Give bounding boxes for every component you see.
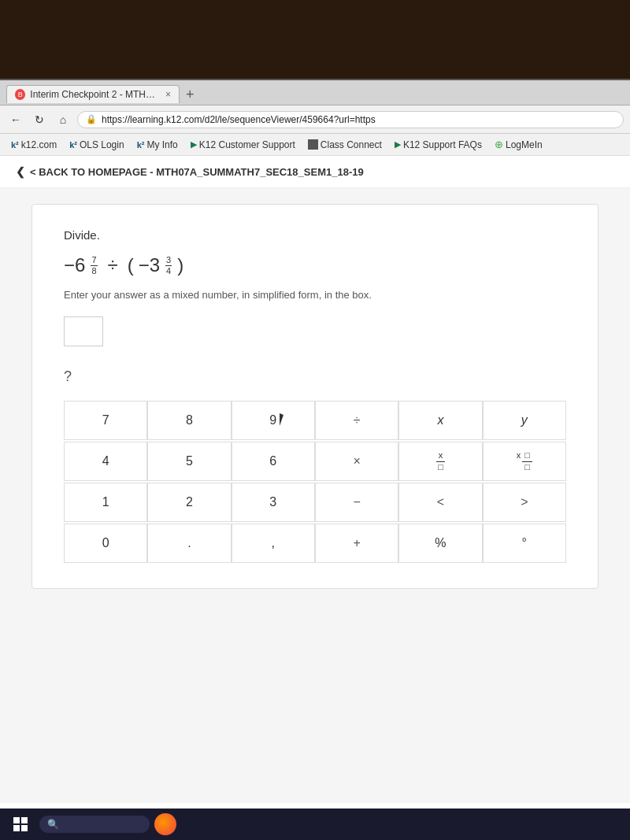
bookmark-label: K12 Support FAQs xyxy=(403,139,482,150)
ols-icon: k² xyxy=(69,140,77,150)
bookmark-my-info[interactable]: k² My Info xyxy=(132,138,183,152)
key-1[interactable]: 1 xyxy=(64,483,147,522)
paren-close: ) xyxy=(177,254,183,276)
tab-close-button[interactable]: × xyxy=(165,89,171,100)
mixed-whole: x xyxy=(517,450,521,460)
myinfo-icon: k² xyxy=(137,140,145,150)
key-7[interactable]: 7 xyxy=(64,401,147,440)
arrow-icon: ▶ xyxy=(395,139,401,150)
frac-top: x xyxy=(436,450,446,461)
question-card: Divide. −6 7 8 ÷ ( −3 3 4 ) xyxy=(32,204,598,589)
help-hint: ? xyxy=(64,368,566,385)
reload-button[interactable]: ↻ xyxy=(30,110,49,129)
k12-icon: k² xyxy=(11,140,19,150)
bookmark-class-connect[interactable]: Class Connect xyxy=(303,138,387,152)
bookmark-ols-login[interactable]: k² OLS Login xyxy=(65,138,129,152)
mixed-frac-icon: x □ □ xyxy=(517,450,532,472)
plus-icon: ⊕ xyxy=(495,139,503,150)
back-nav[interactable]: ❮ < BACK TO HOMEPAGE - MTH07A_SUMMATH7_S… xyxy=(0,156,630,188)
key-mixed-fraction[interactable]: x □ □ xyxy=(483,442,566,481)
firefox-taskbar-icon[interactable] xyxy=(154,813,176,835)
bookmark-label: My Info xyxy=(146,139,177,150)
paren-open: ( xyxy=(128,254,134,276)
fraction-1: 7 8 xyxy=(91,255,97,275)
mf-bottom: □ xyxy=(522,462,532,472)
bookmark-label: LogMeIn xyxy=(506,139,543,150)
bookmark-label: OLS Login xyxy=(80,139,124,150)
frac1-denominator: 8 xyxy=(91,266,97,276)
calc-row-3: 1 2 3 − < > xyxy=(64,483,566,522)
calc-row-4: 0 . , + % ° xyxy=(64,524,566,563)
address-text: https://learning.k12.com/d2l/le/sequence… xyxy=(102,114,615,125)
bookmarks-bar: k² k12.com k² OLS Login k² My Info ▶ K12… xyxy=(0,134,630,156)
key-comma[interactable]: , xyxy=(232,524,315,563)
mixed-frac-part: □ □ xyxy=(522,450,532,472)
windows-taskbar: 🔍 xyxy=(0,809,630,840)
tab-bar: B Interim Checkpoint 2 - MTH07A × + xyxy=(0,80,630,105)
key-percent[interactable]: % xyxy=(398,524,482,563)
frac1-numerator: 7 xyxy=(91,255,97,265)
math-expression: −6 7 8 ÷ ( −3 3 4 ) xyxy=(64,254,566,276)
nav-bar: ← ↻ ⌂ 🔒 https://learning.k12.com/d2l/le/… xyxy=(0,105,630,134)
key-x[interactable]: x xyxy=(398,401,482,440)
fraction-icon: x □ xyxy=(435,450,446,472)
calc-row-1: 7 8 9 ÷ x y xyxy=(64,401,566,440)
arrow-icon: ▶ xyxy=(191,139,197,150)
answer-input-box[interactable] xyxy=(64,316,103,346)
key-2[interactable]: 2 xyxy=(147,483,231,522)
lock-icon: 🔒 xyxy=(86,114,97,124)
bookmark-k12com[interactable]: k² k12.com xyxy=(6,138,61,152)
key-3[interactable]: 3 xyxy=(232,483,315,522)
tab-favicon: B xyxy=(15,89,25,100)
active-tab[interactable]: B Interim Checkpoint 2 - MTH07A × xyxy=(6,85,180,103)
key-0[interactable]: 0 xyxy=(64,524,147,563)
key-4[interactable]: 4 xyxy=(64,442,147,481)
key-greater-than[interactable]: > xyxy=(483,483,566,522)
key-less-than[interactable]: < xyxy=(398,483,482,522)
key-minus[interactable]: − xyxy=(315,483,398,522)
page-content: ❮ < BACK TO HOMEPAGE - MTH07A_SUMMATH7_S… xyxy=(0,156,630,809)
home-button[interactable]: ⌂ xyxy=(54,110,72,129)
tab-title: Interim Checkpoint 2 - MTH07A xyxy=(30,89,156,100)
taskbar-search[interactable]: 🔍 xyxy=(39,816,150,833)
frac2-numerator: 3 xyxy=(165,255,172,265)
address-bar[interactable]: 🔒 https://learning.k12.com/d2l/le/sequen… xyxy=(77,111,624,128)
key-divide[interactable]: ÷ xyxy=(315,401,398,440)
back-button[interactable]: ← xyxy=(6,110,25,129)
square-icon xyxy=(308,139,318,150)
key-degree[interactable]: ° xyxy=(483,524,566,563)
bookmark-label: Class Connect xyxy=(321,139,382,150)
key-decimal[interactable]: . xyxy=(147,524,231,563)
key-6[interactable]: 6 xyxy=(232,442,315,481)
whole-number-2: −3 xyxy=(139,254,160,276)
bookmark-logmein[interactable]: ⊕ LogMeIn xyxy=(490,137,547,152)
back-nav-text: < BACK TO HOMEPAGE - MTH07A_SUMMATH7_SEC… xyxy=(30,166,364,178)
key-8[interactable]: 8 xyxy=(147,401,231,440)
bookmark-customer-support[interactable]: ▶ K12 Customer Support xyxy=(186,138,300,152)
division-operator: ÷ xyxy=(108,254,118,276)
key-9[interactable]: 9 xyxy=(232,401,315,440)
new-tab-button[interactable]: + xyxy=(186,87,195,102)
back-arrow-icon: ❮ xyxy=(16,165,25,178)
desktop-top-area xyxy=(0,0,630,87)
calc-row-2: 4 5 6 × x □ x xyxy=(64,442,566,481)
start-button[interactable] xyxy=(6,810,35,838)
bookmark-label: K12 Customer Support xyxy=(199,139,295,150)
main-content-area: Divide. −6 7 8 ÷ ( −3 3 4 ) xyxy=(0,188,630,803)
key-y[interactable]: y xyxy=(483,401,566,440)
taskbar-search-icon: 🔍 xyxy=(47,819,59,830)
key-5[interactable]: 5 xyxy=(147,442,231,481)
mf-top: □ xyxy=(522,450,532,461)
windows-logo xyxy=(13,817,28,831)
key-multiply[interactable]: × xyxy=(315,442,398,481)
calculator-keyboard: 7 8 9 ÷ x y 4 5 6 × xyxy=(64,401,566,563)
bookmark-label: k12.com xyxy=(21,139,57,150)
key-plus[interactable]: + xyxy=(315,524,398,563)
frac2-denominator: 4 xyxy=(165,266,172,276)
key-fraction[interactable]: x □ xyxy=(398,442,482,481)
browser-window: B Interim Checkpoint 2 - MTH07A × + ← ↻ … xyxy=(0,79,630,809)
whole-number-1: −6 xyxy=(64,254,85,276)
instructions-text: Enter your answer as a mixed number, in … xyxy=(64,289,566,301)
question-label: Divide. xyxy=(64,228,566,242)
bookmark-support-faqs[interactable]: ▶ K12 Support FAQs xyxy=(390,138,487,152)
